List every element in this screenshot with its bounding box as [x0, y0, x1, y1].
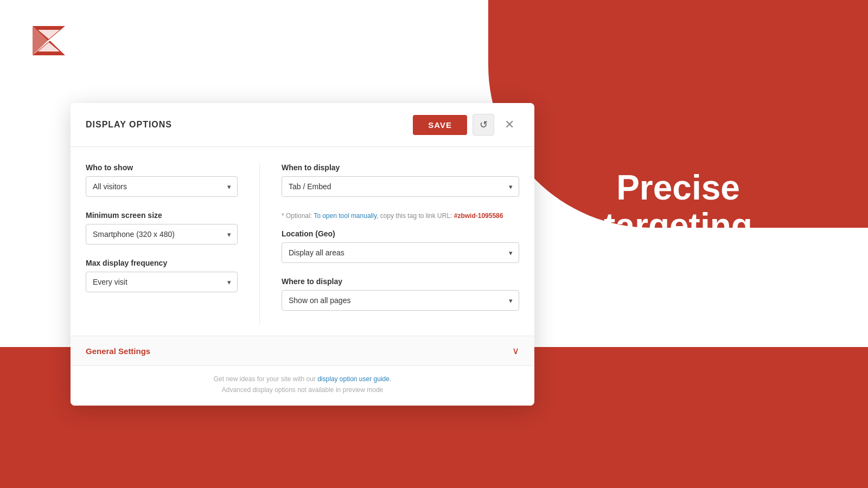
who-to-show-select[interactable]: All visitors New visitors Returning visi…	[86, 176, 238, 197]
accordion-header[interactable]: General Settings ∨	[71, 336, 534, 365]
zbwid-tag: #zbwid-1095586	[454, 212, 503, 220]
min-screen-size-label: Minimum screen size	[86, 211, 238, 220]
modal-body: Who to show All visitors New visitors Re…	[71, 147, 534, 336]
where-to-display-wrapper: Show on all pages Specific pages Exclude…	[282, 290, 519, 311]
footer-text1: Get new ideas for your site with our	[214, 375, 317, 383]
when-to-display-wrapper: Tab / Embed On load On scroll On exit in…	[282, 176, 519, 197]
min-screen-size-group: Minimum screen size Smartphone (320 x 48…	[86, 211, 238, 245]
location-geo-select[interactable]: Display all areas Specific countries Spe…	[282, 242, 519, 263]
user-guide-link[interactable]: display option user guide	[317, 375, 390, 383]
column-divider	[259, 163, 260, 325]
when-to-display-select[interactable]: Tab / Embed On load On scroll On exit in…	[282, 176, 519, 197]
footer-text3: Advanced display options not available i…	[222, 386, 384, 394]
footer-text: Get new ideas for your site with our dis…	[86, 374, 519, 396]
when-to-display-label: When to display	[282, 163, 519, 172]
optional-middle: copy this tag to link URL:	[378, 212, 454, 220]
modal-footer: Get new ideas for your site with our dis…	[71, 365, 534, 406]
location-geo-wrapper: Display all areas Specific countries Spe…	[282, 242, 519, 263]
who-to-show-group: Who to show All visitors New visitors Re…	[86, 163, 238, 197]
min-screen-size-wrapper: Smartphone (320 x 480) Tablet (768 x 102…	[86, 224, 238, 245]
logo-icon	[27, 22, 71, 60]
right-column: When to display Tab / Embed On load On s…	[282, 163, 519, 325]
open-tool-link[interactable]: To open tool manually,	[314, 212, 378, 220]
accordion-chevron-icon: ∨	[512, 345, 519, 357]
where-to-display-label: Where to display	[282, 277, 519, 286]
logo-area	[27, 22, 71, 62]
close-icon: ✕	[505, 118, 514, 132]
max-display-freq-group: Max display frequency Every visit Once p…	[86, 259, 238, 292]
when-to-display-group: When to display Tab / Embed On load On s…	[282, 163, 519, 197]
max-display-freq-select[interactable]: Every visit Once per session Once per da…	[86, 272, 238, 292]
optional-prefix: * Optional:	[282, 212, 314, 220]
reset-button[interactable]: ↺	[473, 114, 494, 136]
max-display-freq-label: Max display frequency	[86, 259, 238, 267]
optional-note: * Optional: To open tool manually, copy …	[282, 211, 519, 221]
tagline-heading: Precise targeting	[604, 169, 752, 245]
location-geo-label: Location (Geo)	[282, 229, 519, 238]
display-options-modal: DISPLAY OPTIONS SAVE ↺ ✕ Who to show All…	[71, 103, 534, 406]
save-button[interactable]: SAVE	[413, 115, 467, 135]
modal-header: DISPLAY OPTIONS SAVE ↺ ✕	[71, 103, 534, 147]
general-settings-accordion: General Settings ∨	[71, 336, 534, 365]
location-geo-group: Location (Geo) Display all areas Specifi…	[282, 229, 519, 263]
reset-icon: ↺	[480, 119, 488, 131]
where-to-display-group: Where to display Show on all pages Speci…	[282, 277, 519, 311]
modal-title: DISPLAY OPTIONS	[86, 120, 172, 130]
tagline-description: Based on location, visit frequency, devi…	[510, 261, 846, 319]
right-panel: Precise targeting Based on location, vis…	[488, 0, 868, 488]
where-to-display-select[interactable]: Show on all pages Specific pages Exclude…	[282, 290, 519, 311]
close-button[interactable]: ✕	[500, 115, 519, 134]
min-screen-size-select[interactable]: Smartphone (320 x 480) Tablet (768 x 102…	[86, 224, 238, 245]
max-display-freq-wrapper: Every visit Once per session Once per da…	[86, 272, 238, 292]
modal-actions: SAVE ↺ ✕	[413, 114, 519, 136]
left-column: Who to show All visitors New visitors Re…	[86, 163, 238, 325]
accordion-title: General Settings	[86, 346, 150, 356]
who-to-show-wrapper: All visitors New visitors Returning visi…	[86, 176, 238, 197]
footer-text2: .	[390, 375, 391, 383]
who-to-show-label: Who to show	[86, 163, 238, 172]
